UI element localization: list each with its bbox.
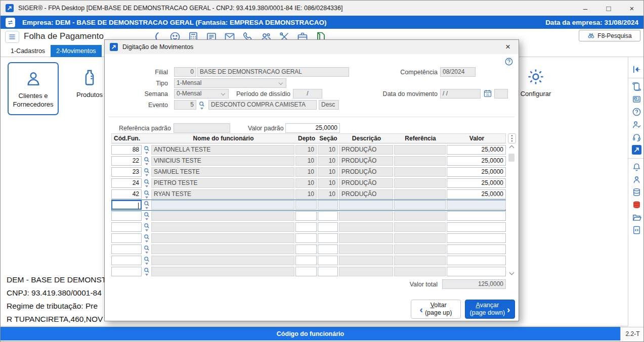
depto-cell [295,200,317,210]
tab-1cadastros[interactable]: 1-Cadastros [5,45,51,57]
user-icon[interactable] [631,174,642,185]
dialog-title-bar: Digitação de Movimentos [105,40,519,54]
tipo-select[interactable]: 1-Mensal [174,78,286,88]
user-check-icon[interactable] [631,119,642,130]
cod-fun-cell[interactable] [111,256,142,265]
bell-icon[interactable] [631,162,642,173]
cod-fun-cell[interactable]: 42 [111,189,142,199]
cod-fun-cell[interactable] [111,200,142,210]
employee-search-icon[interactable] [144,190,150,199]
valor-cell[interactable] [447,256,506,265]
employee-search-icon[interactable] [144,201,150,209]
depto-cell: 10 [295,167,317,177]
cod-fun-cell[interactable] [111,211,142,221]
digitacao-movimentos-dialog: Digitação de Movimentos × Filial 0 BASE … [104,39,519,321]
column-header: Nome do funcionário [152,134,295,143]
employee-search-icon[interactable] [144,168,150,176]
table-options-button[interactable] [508,133,516,143]
scroll-down-icon[interactable] [509,270,514,275]
tile-configurar[interactable]: Configurar [518,67,554,98]
semana-select[interactable]: 0-Mensal [174,89,229,99]
siger-logo-icon[interactable] [631,144,642,156]
data-movimento-field[interactable]: / / [440,89,481,99]
valor-cell[interactable]: 25,0000 [447,178,506,188]
cod-fun-cell[interactable]: 22 [111,156,142,166]
cod-fun-cell[interactable] [111,245,142,254]
employee-search-icon[interactable] [144,267,150,276]
database-icon[interactable] [631,187,642,198]
cod-fun-cell[interactable] [111,222,142,232]
valor-cell[interactable] [447,267,506,276]
dialog-close-button[interactable]: × [497,40,519,54]
referencia-cell [394,200,446,210]
cod-fun-cell[interactable] [111,267,142,276]
valor-cell[interactable]: 25,0000 [447,156,506,166]
employee-search-icon[interactable] [144,234,150,242]
table-row [111,255,506,266]
valor-cell[interactable]: 25,0000 [447,167,506,177]
secao-cell: 10 [318,167,338,177]
nome-funcionario-cell [151,200,294,210]
dissidio-field: / [293,89,322,99]
employee-search-icon[interactable] [144,245,150,254]
menu-button[interactable] [5,31,19,43]
employee-search-icon[interactable] [144,179,150,187]
nome-funcionario-cell: RYAN TESTE [151,189,294,199]
scroll-up-icon[interactable] [509,145,514,151]
secao-cell [318,200,338,210]
f8-search-button[interactable]: F8-Pesquisa [579,30,640,41]
cod-fun-cell[interactable] [111,233,142,243]
company-bar: Empresa: DEM - BASE DE DEMONSTRACAO GERA… [1,16,643,29]
avancar-button[interactable]: Avançar(page down) › [465,300,515,319]
nome-funcionario-cell: ANTONELLA TESTE [151,145,294,155]
calendar-icon[interactable]: 31 [483,89,492,98]
code-file-icon[interactable] [631,225,642,236]
scroll-icon[interactable] [631,81,642,92]
descricao-cell [339,200,393,210]
valor-cell[interactable] [447,211,506,221]
table-row: 42RYAN TESTE1010PRODUÇÃO25,0000 [111,189,506,200]
valor-cell[interactable]: 25,0000 [447,145,506,155]
dialog-help-icon[interactable] [504,57,513,66]
depto-cell [295,256,317,265]
evento-code-field[interactable]: 5 [174,100,196,110]
help-icon[interactable] [631,107,642,118]
close-button[interactable]: × [620,1,643,16]
secao-cell [318,222,338,232]
minimize-button[interactable]: – [574,1,597,16]
tab-2movimentos[interactable]: 2-Movimentos [51,45,102,57]
valor-cell[interactable] [447,200,506,210]
right-sidebar [628,57,644,326]
tile-clientes-fornecedores[interactable]: Clientes e Fornecedores [8,62,59,115]
headset-icon[interactable] [631,132,642,143]
valor-cell[interactable]: 25,0000 [447,189,506,199]
valor-padrao-field[interactable]: 25,0000 [285,123,340,133]
scrollbar-thumb[interactable] [508,154,514,162]
tipo-label: Tipo [127,80,168,87]
valor-cell[interactable] [447,245,506,254]
employee-search-icon[interactable] [144,223,150,231]
maximize-button[interactable]: □ [597,1,620,16]
evento-search-icon[interactable] [199,101,205,110]
cod-fun-cell[interactable]: 88 [111,145,142,155]
employee-search-icon[interactable] [144,256,150,265]
folder-icon[interactable] [631,212,642,223]
filial-label: Filial [127,69,168,76]
collapse-panel-icon[interactable] [631,64,642,75]
secao-cell [318,256,338,265]
valor-cell[interactable] [447,233,506,243]
employee-search-icon[interactable] [144,212,150,220]
cod-fun-cell[interactable]: 23 [111,167,142,177]
voltar-button[interactable]: ‹ Voltar(page up) [411,300,461,319]
tile-produtos[interactable]: Produtos [69,68,110,99]
newspaper-icon[interactable] [631,94,642,105]
company-switch-icon[interactable] [6,18,15,27]
employee-search-icon[interactable] [144,157,150,165]
valor-cell[interactable] [447,222,506,232]
coins-icon[interactable] [631,200,642,211]
person-tile-icon [24,69,43,88]
employee-search-icon[interactable] [144,145,150,154]
table-scrollbar[interactable] [508,145,515,276]
cod-fun-cell[interactable]: 24 [111,178,142,188]
competencia-field: 08/2024 [440,67,476,77]
